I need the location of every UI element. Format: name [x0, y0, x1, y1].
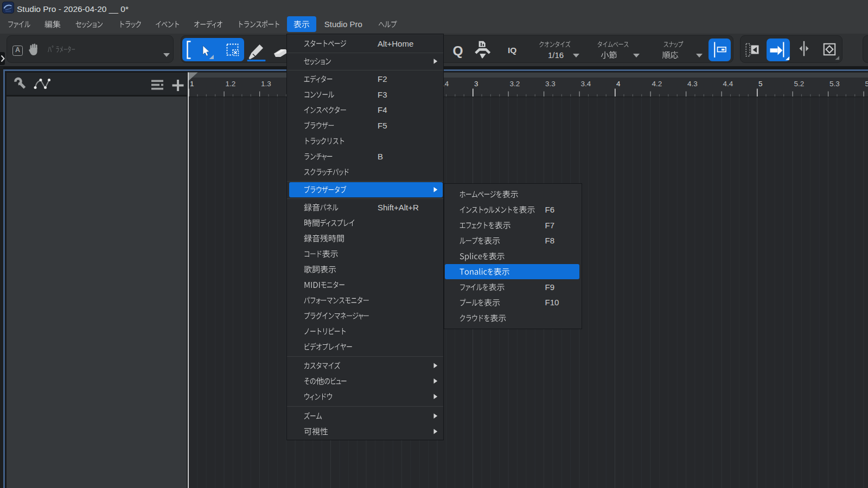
svg-text:IQ: IQ [508, 46, 516, 55]
svg-text:F3: F3 [378, 90, 387, 99]
svg-text:F9: F9 [545, 282, 555, 292]
svg-text:Q: Q [453, 43, 463, 58]
svg-text:Studio Pro - 2026-04-20 __ 0*: Studio Pro - 2026-04-20 __ 0* [17, 4, 129, 14]
svg-text:F6: F6 [545, 205, 555, 214]
svg-text:B: B [378, 152, 383, 161]
svg-text:F7: F7 [545, 221, 555, 230]
svg-text:Alt+Home: Alt+Home [378, 39, 413, 48]
svg-text:F4: F4 [378, 105, 387, 114]
svg-text:F5: F5 [378, 121, 387, 130]
svg-text:F2: F2 [378, 74, 387, 84]
svg-text:Studio Pro: Studio Pro [324, 20, 362, 29]
svg-text:Shift+Alt+R: Shift+Alt+R [378, 203, 419, 212]
svg-text:F10: F10 [545, 298, 559, 307]
svg-text:F8: F8 [545, 236, 555, 245]
svg-text:1/16: 1/16 [548, 50, 564, 60]
